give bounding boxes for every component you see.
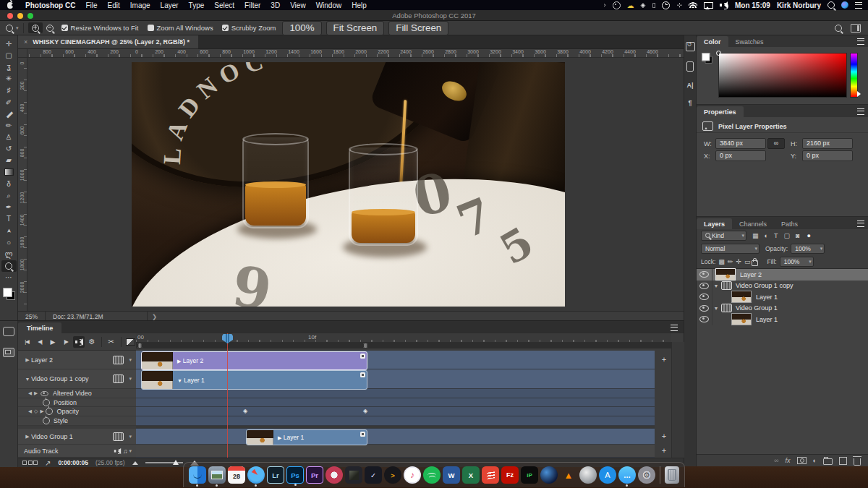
zoom-out-button[interactable]: [43, 22, 57, 33]
chevron-down-icon[interactable]: ▾: [129, 376, 132, 382]
chevron-down-icon[interactable]: ▾: [129, 434, 132, 440]
apple-menu-icon[interactable]: [7, 2, 13, 9]
input-source-icon[interactable]: ⊹: [676, 2, 682, 9]
color-fg-bg-swatch[interactable]: [702, 53, 712, 63]
next-keyframe-icon[interactable]: ▶: [34, 390, 38, 396]
panel-menu-icon[interactable]: [857, 38, 864, 45]
previous-frame-button[interactable]: ◀|: [34, 336, 46, 348]
track-label-opacity[interactable]: ◀ ◇ ▶ Opacity: [18, 407, 136, 416]
zoom-100-button[interactable]: 100%: [282, 21, 321, 35]
filter-toggle-icon[interactable]: ●: [807, 232, 810, 239]
dock-spotify[interactable]: [423, 466, 441, 484]
filter-type-icon[interactable]: T: [774, 232, 778, 239]
add-media-button[interactable]: +: [658, 432, 670, 440]
timeline-panel-icon[interactable]: [3, 327, 14, 336]
timeline-scrollbar[interactable]: [671, 342, 684, 458]
menu-type[interactable]: Type: [189, 1, 205, 9]
track-label-position[interactable]: Position: [18, 398, 136, 407]
link-layers-icon[interactable]: ∞: [774, 457, 778, 464]
stopwatch-icon[interactable]: [46, 408, 53, 415]
add-audio-button[interactable]: +: [658, 446, 670, 455]
hue-slider-arrow[interactable]: [857, 91, 864, 97]
fill-screen-button[interactable]: Fill Screen: [388, 21, 448, 35]
character-panel-icon[interactable]: A|: [686, 82, 693, 89]
frame-view-icon[interactable]: [22, 461, 38, 465]
device-preview-panel-icon[interactable]: [686, 61, 694, 72]
render-export-icon[interactable]: ↗: [45, 459, 51, 467]
dock-trash[interactable]: [665, 466, 679, 484]
dock-word[interactable]: W: [443, 466, 460, 484]
history-brush-tool[interactable]: ↺: [1, 143, 17, 155]
document-image[interactable]: LADNOC 0 7 5 9: [132, 62, 565, 307]
dock-vlc[interactable]: ▲: [560, 466, 577, 484]
status-chevron-icon[interactable]: ❯: [152, 313, 157, 320]
workspace-switcher-icon[interactable]: [851, 24, 861, 33]
next-frame-button[interactable]: |▶: [60, 336, 72, 348]
clip-badge-icon[interactable]: [360, 432, 365, 437]
marquee-tool[interactable]: ▢: [1, 49, 17, 61]
lock-position-icon[interactable]: ✛: [736, 258, 741, 265]
foreground-background-swatch[interactable]: [3, 288, 15, 300]
opacity-dropdown[interactable]: 100%: [791, 244, 825, 254]
tab-layers[interactable]: Layers: [697, 218, 732, 229]
dock-todoist[interactable]: [482, 466, 499, 484]
tab-channels[interactable]: Channels: [732, 218, 774, 229]
menu-edit[interactable]: Edit: [108, 1, 120, 9]
visibility-toggle[interactable]: [697, 269, 712, 281]
add-mask-icon[interactable]: [797, 457, 807, 464]
new-layer-icon[interactable]: [839, 457, 847, 465]
filter-adjustment-icon[interactable]: ◐: [765, 232, 768, 239]
visibility-toggle[interactable]: [697, 291, 712, 303]
adobe-cc-icon[interactable]: [613, 1, 621, 9]
dock-calendar[interactable]: 28: [228, 466, 245, 484]
expand-chevron-icon[interactable]: ▶: [24, 357, 31, 363]
stopwatch-icon[interactable]: [43, 417, 50, 424]
scrubby-zoom-checkbox[interactable]: Scrubby Zoom: [222, 24, 276, 32]
chevron-down-icon[interactable]: ▾: [129, 357, 132, 363]
work-area-start-handle[interactable]: [137, 343, 142, 348]
tab-swatches[interactable]: Swatches: [728, 36, 771, 47]
dock-messages[interactable]: …: [618, 466, 636, 484]
transition-button[interactable]: [124, 336, 136, 348]
dock-google-earth[interactable]: [579, 466, 597, 484]
visibility-toggle[interactable]: [697, 303, 712, 314]
layer-row-layer2[interactable]: Layer 2: [697, 269, 868, 281]
play-button[interactable]: ▶: [47, 336, 59, 348]
expand-chevron-icon[interactable]: ›: [604, 2, 606, 9]
clip-badge-icon[interactable]: [360, 372, 365, 377]
collapse-chevron-icon[interactable]: ▼: [712, 306, 720, 311]
move-tool[interactable]: ✛: [1, 38, 17, 49]
width-field[interactable]: 3840 px: [715, 138, 766, 149]
dock-app-store[interactable]: A: [599, 466, 616, 484]
spotlight-icon[interactable]: [827, 1, 835, 9]
canvas-area[interactable]: LADNOC 0 7 5 9: [18, 48, 684, 311]
menu-help[interactable]: Help: [352, 1, 367, 9]
dock-media-app[interactable]: [345, 466, 362, 484]
filter-shape-icon[interactable]: ▢: [783, 232, 790, 239]
dock-tasks-app[interactable]: ✓: [365, 466, 382, 484]
foreground-color[interactable]: [3, 288, 12, 297]
filter-smart-object-icon[interactable]: ◙: [796, 232, 799, 239]
layer-name[interactable]: Layer 2: [740, 271, 762, 278]
layer-row-video-group-1[interactable]: ▼ Video Group 1: [697, 303, 868, 314]
layer-name[interactable]: Layer 1: [756, 294, 778, 301]
paragraph-panel-icon[interactable]: ¶: [688, 99, 692, 106]
healing-brush-tool[interactable]: ▬: [1, 108, 17, 119]
tab-paths[interactable]: Paths: [774, 218, 805, 229]
layer-thumbnail[interactable]: [715, 268, 736, 281]
split-clip-button[interactable]: ✂: [106, 336, 117, 348]
clock-icon[interactable]: [662, 1, 670, 9]
track-label-audio[interactable]: Audio Track ♫ ▾: [18, 445, 136, 458]
visibility-toggle[interactable]: [697, 281, 712, 292]
dropbox-icon[interactable]: ◈: [641, 2, 646, 9]
search-icon[interactable]: [835, 25, 842, 32]
menu-filter[interactable]: Filter: [244, 1, 260, 9]
fit-screen-button[interactable]: Fit Screen: [326, 21, 385, 35]
stopwatch-icon[interactable]: [43, 399, 50, 406]
music-note-icon[interactable]: ♫: [123, 448, 128, 455]
device-icon[interactable]: ▯: [652, 2, 655, 9]
height-field[interactable]: 2160 px: [802, 138, 853, 149]
layer-row-layer1-copy[interactable]: Layer 1: [697, 291, 868, 303]
prev-keyframe-icon[interactable]: ◀: [28, 390, 32, 396]
zoom-in-button[interactable]: [28, 22, 43, 33]
